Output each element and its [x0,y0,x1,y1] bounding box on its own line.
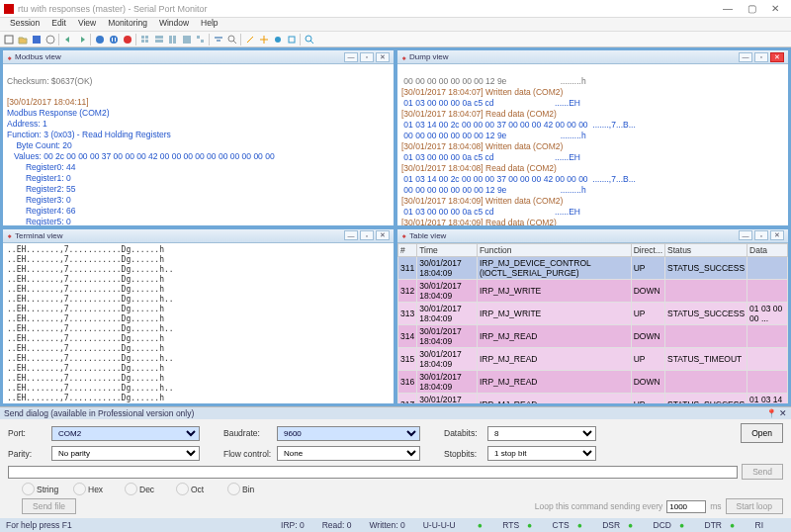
close-icon[interactable]: ✕ [376,230,390,240]
svg-rect-12 [155,36,163,39]
menu-window[interactable]: Window [153,18,195,31]
svg-line-26 [310,41,313,44]
table-row[interactable]: 31130/01/2017 18:04:09IRP_MJ_DEVICE_CONT… [398,256,788,279]
pause-icon[interactable] [107,33,120,45]
table-row[interactable]: 31230/01/2017 18:04:09IRP_MJ_WRITEDOWN [398,279,788,302]
table-row[interactable]: 31630/01/2017 18:04:09IRP_MJ_READDOWN [398,370,788,393]
minimize-icon[interactable]: — [739,230,752,240]
indicator-dtr: ● DTR [679,520,722,530]
svg-rect-10 [141,40,144,43]
databits-select[interactable]: 8 [487,426,596,441]
terminal-body[interactable]: ..EH.......,7...........Dg......h ..EH..… [3,243,394,404]
menu-help[interactable]: Help [195,18,223,31]
open-button[interactable]: Open [741,423,783,443]
svg-rect-19 [215,37,222,39]
port-select[interactable]: COM2 [51,426,200,441]
flow-select[interactable]: None [277,446,420,461]
send-dialog-header: Send dialog (available in Professional v… [0,407,791,419]
grid3-icon[interactable] [166,33,179,45]
table-row[interactable]: 31530/01/2017 18:04:09IRP_MJ_READUPSTATU… [398,347,788,370]
format-radio-hex[interactable]: Hex [73,483,113,495]
svg-rect-8 [141,36,144,39]
workspace: ⬥Modbus view—▫✕ Checksum: $0637(OK) [30/… [0,47,791,406]
play-icon[interactable] [93,33,106,45]
minimize-button[interactable]: — [716,1,740,17]
stopbits-select[interactable]: 1 stop bit [487,446,596,461]
table-row[interactable]: 31730/01/2017 18:04:09IRP_MJ_READUPSTATU… [398,393,788,403]
grid1-icon[interactable] [138,33,151,45]
open-icon[interactable] [16,33,29,45]
loop-ms-input[interactable] [666,500,706,513]
send-file-button[interactable]: Send file [22,498,76,514]
svg-rect-11 [145,40,148,43]
forward-icon[interactable] [75,33,88,45]
minimize-icon[interactable]: — [739,52,752,62]
table-header[interactable]: Status [665,243,747,256]
close-icon[interactable]: ✕ [770,230,784,240]
restore-icon[interactable]: ▫ [754,230,768,240]
new-icon[interactable] [2,33,15,45]
format-radio-string[interactable]: String [22,483,61,495]
new-session-icon[interactable] [44,33,56,45]
table-row[interactable]: 31330/01/2017 18:04:09IRP_MJ_WRITEUPSTAT… [398,302,788,324]
back-icon[interactable] [61,33,74,45]
menu-session[interactable]: Session [4,18,45,31]
tool1-icon[interactable] [243,33,256,45]
grid2-icon[interactable] [152,33,165,45]
zoom-icon[interactable] [303,33,315,45]
format-radio-dec[interactable]: Dec [125,483,164,495]
table-header[interactable]: Direct... [631,243,664,256]
status-help: For help press F1 [6,520,72,530]
send-button[interactable]: Send [742,464,783,480]
grid5-icon[interactable] [194,33,207,45]
menu-view[interactable]: View [72,18,102,31]
svg-rect-9 [145,36,148,39]
close-button[interactable]: ✕ [763,1,787,17]
tool4-icon[interactable] [285,33,298,45]
record-icon[interactable] [121,33,133,45]
minimize-icon[interactable]: — [344,52,358,62]
format-radio-oct[interactable]: Oct [176,483,216,495]
save-icon[interactable] [30,33,43,45]
send-data-input[interactable] [8,466,738,479]
table-header[interactable]: Data [747,243,788,256]
filter-icon[interactable] [212,33,224,45]
svg-rect-24 [289,37,295,43]
indicator-rts: ● RTS [478,520,519,530]
minimize-icon[interactable]: — [344,230,358,240]
restore-icon[interactable]: ▫ [360,52,374,62]
svg-rect-6 [115,38,116,42]
close-icon[interactable]: ✕ [770,52,784,62]
table-body[interactable]: #TimeFunctionDirect...StatusData 31130/0… [397,243,788,404]
panel-icon: ⬥ [401,52,406,62]
tool3-icon[interactable] [271,33,284,45]
maximize-button[interactable]: ▢ [740,1,763,17]
restore-icon[interactable]: ▫ [754,52,768,62]
grid4-icon[interactable] [180,33,193,45]
format-radio-bin[interactable]: Bin [227,483,267,495]
pin-icon[interactable]: 📍 ✕ [766,408,787,418]
svg-rect-16 [183,36,191,44]
dump-body[interactable]: 00 00 00 00 00 00 00 12 9e .........h [3… [397,64,788,225]
restore-icon[interactable]: ▫ [360,230,374,240]
table-header[interactable]: Function [477,243,631,256]
packet-table[interactable]: #TimeFunctionDirect...StatusData 31130/0… [397,243,788,404]
table-panel: ⬥Table view—▫✕ #TimeFunctionDirect...Sta… [396,228,789,405]
menu-edit[interactable]: Edit [45,18,72,31]
panel-icon: ⬥ [7,230,12,240]
menu-monitoring[interactable]: Monitoring [102,18,153,31]
parity-select[interactable]: No parity [51,446,200,461]
svg-point-23 [275,37,281,43]
baud-select[interactable]: 9600 [277,426,420,441]
tool2-icon[interactable] [257,33,270,45]
modbus-body[interactable]: Checksum: $0637(OK) [30/01/2017 18:04:11… [3,64,394,225]
close-icon[interactable]: ✕ [376,52,390,62]
status-irp: IRP: 0 [281,520,305,530]
start-loop-button[interactable]: Start loop [726,498,783,514]
port-label: Port: [8,428,47,438]
find-icon[interactable] [225,33,238,45]
send-dialog: Send dialog (available in Professional v… [0,406,791,518]
table-header[interactable]: # [398,243,417,256]
table-row[interactable]: 31430/01/2017 18:04:09IRP_MJ_READDOWN [398,324,788,347]
table-header[interactable]: Time [417,243,478,256]
